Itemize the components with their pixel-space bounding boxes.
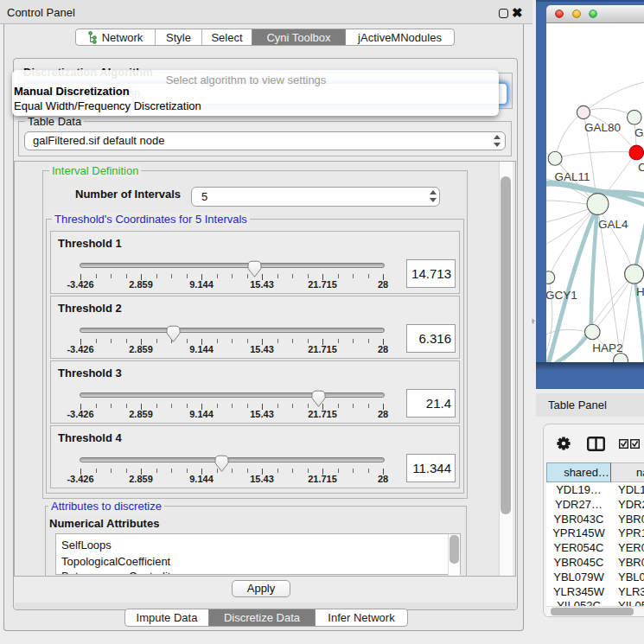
- svg-text:C: C: [638, 161, 644, 174]
- svg-text:GA: GA: [634, 126, 644, 139]
- svg-text:H: H: [636, 285, 644, 298]
- svg-text:GCY1: GCY1: [546, 289, 577, 302]
- svg-text:GAL11: GAL11: [555, 170, 590, 183]
- svg-text:GAL80: GAL80: [584, 121, 621, 134]
- svg-text:HAP2: HAP2: [592, 341, 622, 354]
- svg-text:GAL4: GAL4: [598, 218, 628, 231]
